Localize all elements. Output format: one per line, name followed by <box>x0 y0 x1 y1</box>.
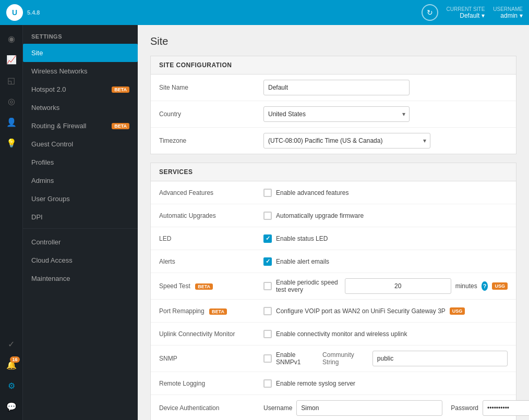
speed-test-help-icon[interactable]: ? <box>482 281 488 291</box>
country-label: Country <box>159 110 263 118</box>
snmp-label: SNMP <box>159 355 263 362</box>
snmp-controls: Enable SNMPv1 Community String <box>263 351 508 366</box>
alerts-checkbox[interactable]: ✓ <box>263 257 272 266</box>
country-select[interactable]: United States <box>263 106 410 122</box>
timezone-label: Timezone <box>159 137 263 144</box>
chevron-down-icon: ▾ <box>520 12 523 19</box>
port-remapping-beta-badge: BETA <box>209 308 227 315</box>
current-site-selector[interactable]: CURRENT SITE Default ▾ <box>447 6 485 19</box>
sidebar-item-maintenance[interactable]: Maintenance <box>23 269 138 288</box>
nav-support[interactable]: 💬 <box>2 397 21 416</box>
advanced-features-label: Advanced Features <box>159 189 263 196</box>
device-auth-control: Username Password <box>263 400 529 416</box>
led-row: LED ✓ Enable status LED <box>151 227 516 250</box>
country-row: Country United States <box>151 101 516 128</box>
uplink-monitor-control: Enable connectivity monitor and wireless… <box>263 330 508 338</box>
sidebar-item-guest-control[interactable]: Guest Control <box>23 135 138 153</box>
sidebar-item-networks[interactable]: Networks <box>23 98 138 117</box>
sidebar-item-routing-firewall[interactable]: Routing & Firewall BETA <box>23 117 138 135</box>
snmp-checkbox[interactable] <box>263 354 272 363</box>
remote-logging-label: Remote Logging <box>159 380 263 387</box>
sidebar: SETTINGS Site Wireless Networks Hotspot … <box>23 25 138 420</box>
snmp-control: Enable SNMPv1 Community String <box>263 351 508 366</box>
nav-alerts[interactable]: ✓ <box>2 335 21 353</box>
auto-upgrades-row: Automatic Upgrades Automatically upgrade… <box>151 204 516 227</box>
nav-dashboard[interactable]: ◉ <box>2 29 21 48</box>
port-remapping-row: Port Remapping BETA Configure VOIP port … <box>151 300 516 323</box>
port-remapping-checkbox-row: Configure VOIP port as WAN2 on UniFi Sec… <box>263 307 465 315</box>
remote-logging-row: Remote Logging Enable remote syslog serv… <box>151 372 516 395</box>
timezone-select[interactable]: (UTC-08:00) Pacific Time (US & Canada) <box>263 133 430 149</box>
main-layout: ◉ 📈 ◱ ◎ 👤 💡 ✓ 🔔 16 ⚙ 💬 SETTINGS Site Wir… <box>0 25 529 420</box>
uplink-monitor-row: Uplink Connectivity Monitor Enable conne… <box>151 323 516 345</box>
sidebar-item-wireless-networks[interactable]: Wireless Networks <box>23 62 138 80</box>
sidebar-item-dpi[interactable]: DPI <box>23 208 138 226</box>
snmp-row: SNMP Enable SNMPv1 Community String <box>151 345 516 372</box>
sidebar-item-profiles[interactable]: Profiles <box>23 153 138 171</box>
port-remapping-usg-badge: USG <box>450 307 465 315</box>
sidebar-item-controller[interactable]: Controller <box>23 233 138 251</box>
device-auth-label: Device Authentication <box>159 404 263 412</box>
speed-test-row: Speed Test BETA Enable periodic speed te… <box>151 273 516 300</box>
port-remapping-checkbox[interactable] <box>263 307 272 315</box>
device-auth-password-label: Password <box>451 404 478 412</box>
site-name-input[interactable] <box>263 80 410 95</box>
uplink-monitor-label: Uplink Connectivity Monitor <box>159 330 263 338</box>
remote-logging-checkbox-label: Enable remote syslog server <box>276 380 355 387</box>
sidebar-section-2: Controller Cloud Access Maintenance <box>23 228 138 292</box>
community-string-label: Community String <box>322 351 368 366</box>
led-checkbox[interactable]: ✓ <box>263 234 272 243</box>
speed-test-control: Enable periodic speed test every minutes… <box>263 278 508 294</box>
snmp-community-input[interactable] <box>372 351 508 366</box>
app-version: 5.4.8 <box>27 9 40 16</box>
remote-logging-checkbox-row: Enable remote syslog server <box>263 379 355 388</box>
alerts-checkbox-label: Enable alert emails <box>276 258 329 265</box>
services-header: SERVICES <box>151 163 516 181</box>
sidebar-item-cloud-access[interactable]: Cloud Access <box>23 251 138 269</box>
beta-badge: BETA <box>112 87 129 93</box>
sidebar-title: SETTINGS <box>23 25 138 44</box>
auto-upgrades-label: Automatic Upgrades <box>159 212 263 219</box>
country-select-wrapper: United States <box>263 106 410 122</box>
alerts-control: ✓ Enable alert emails <box>263 257 508 266</box>
speed-test-checkbox[interactable] <box>263 282 272 290</box>
sidebar-item-admins[interactable]: Admins <box>23 171 138 190</box>
speed-test-checkbox-label: Enable periodic speed test every <box>276 279 341 293</box>
refresh-button[interactable]: ↻ <box>422 4 438 21</box>
timezone-control: (UTC-08:00) Pacific Time (US & Canada) <box>263 133 508 149</box>
led-label: LED <box>159 235 263 242</box>
icon-nav: ◉ 📈 ◱ ◎ 👤 💡 ✓ 🔔 16 ⚙ 💬 <box>0 25 23 420</box>
nav-notifications[interactable]: 🔔 16 <box>2 355 21 374</box>
auto-upgrades-checkbox[interactable] <box>263 212 272 220</box>
current-site-value: Default ▾ <box>460 12 485 19</box>
app-logo: U 5.4.8 <box>6 4 40 21</box>
content-area: Site SITE CONFIGURATION Site Name Countr… <box>138 25 529 420</box>
nav-settings[interactable]: ⚙ <box>2 376 21 395</box>
alerts-checkbox-row: ✓ Enable alert emails <box>263 257 329 266</box>
speed-test-minutes-label: minutes <box>455 282 477 290</box>
alerts-row: Alerts ✓ Enable alert emails <box>151 250 516 273</box>
nav-clients[interactable]: 👤 <box>2 113 21 131</box>
page-title: Site <box>150 35 516 47</box>
timezone-select-wrapper: (UTC-08:00) Pacific Time (US & Canada) <box>263 133 430 149</box>
sidebar-item-user-groups[interactable]: User Groups <box>23 190 138 208</box>
topbar: U 5.4.8 ↻ CURRENT SITE Default ▾ USERNAM… <box>0 0 529 25</box>
nav-devices[interactable]: ◎ <box>2 92 21 110</box>
site-name-row: Site Name <box>151 75 516 101</box>
device-auth-username-input[interactable] <box>296 400 442 416</box>
sidebar-item-hotspot[interactable]: Hotspot 2.0 BETA <box>23 80 138 98</box>
remote-logging-checkbox[interactable] <box>263 379 272 388</box>
site-configuration-section: SITE CONFIGURATION Site Name Country Uni… <box>150 56 516 154</box>
auto-upgrades-checkbox-row: Automatically upgrade firmware <box>263 212 364 220</box>
uplink-monitor-checkbox[interactable] <box>263 330 272 338</box>
nav-map[interactable]: ◱ <box>2 71 21 90</box>
device-auth-password-input[interactable] <box>483 400 529 416</box>
speed-test-minutes-input[interactable] <box>345 278 451 294</box>
sidebar-item-site[interactable]: Site <box>23 44 138 62</box>
user-menu[interactable]: USERNAME admin ▾ <box>493 6 523 19</box>
advanced-features-checkbox[interactable] <box>263 189 272 197</box>
port-remapping-control: Configure VOIP port as WAN2 on UniFi Sec… <box>263 307 508 315</box>
nav-statistics[interactable]: 📈 <box>2 50 21 69</box>
nav-insights[interactable]: 💡 <box>2 133 21 152</box>
device-auth-username-label: Username <box>263 404 292 412</box>
